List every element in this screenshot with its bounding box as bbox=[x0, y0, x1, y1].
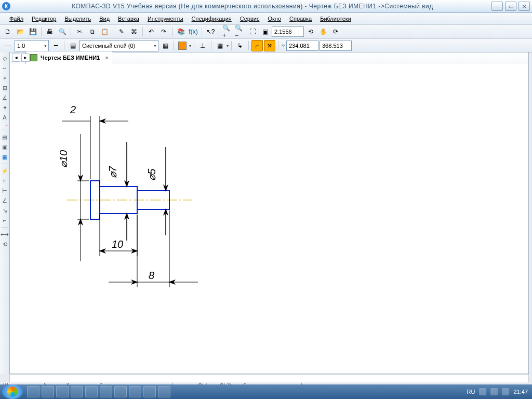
arc-tool-icon[interactable]: ↘ bbox=[1, 206, 9, 215]
minimize-button[interactable]: — bbox=[491, 2, 503, 11]
ql-item[interactable] bbox=[42, 386, 54, 397]
layer-color-icon[interactable]: ▦ bbox=[159, 40, 171, 51]
ortho-x-icon[interactable]: ⌐ bbox=[251, 40, 263, 51]
tray-icon[interactable] bbox=[490, 388, 498, 395]
menu-help[interactable]: Справка bbox=[285, 14, 316, 23]
language-indicator[interactable]: RU bbox=[467, 389, 475, 395]
ql-item[interactable] bbox=[56, 386, 69, 397]
redraw-icon[interactable]: ⟳ bbox=[330, 26, 341, 37]
pan-icon[interactable]: ✋ bbox=[317, 26, 329, 37]
dim-dia-large: ⌀10 bbox=[58, 150, 69, 168]
linestyle-icon[interactable]: ━ bbox=[50, 40, 61, 51]
ql-item[interactable] bbox=[71, 386, 83, 397]
window-title: КОМПАС-3D V15 Учебная версия (Не для ком… bbox=[14, 3, 491, 10]
dim-length-end: 8 bbox=[149, 270, 154, 281]
new-icon[interactable]: 🗋 bbox=[2, 26, 14, 37]
zoom-out-icon[interactable]: 🔍− bbox=[234, 26, 246, 37]
segment-tool-icon[interactable]: ⊢ bbox=[1, 187, 9, 195]
properties-icon[interactable]: ⌘ bbox=[128, 26, 140, 37]
cut-icon[interactable]: ✂ bbox=[74, 26, 85, 37]
brush-icon[interactable]: ✎ bbox=[116, 26, 127, 37]
ql-item[interactable] bbox=[85, 386, 98, 397]
ql-item[interactable] bbox=[27, 386, 39, 397]
ql-item[interactable] bbox=[158, 386, 170, 397]
variables-icon[interactable]: f(x) bbox=[188, 26, 199, 37]
menu-libraries[interactable]: Библиотеки bbox=[316, 14, 355, 23]
report-tool-icon[interactable]: ▦ bbox=[1, 153, 9, 161]
coord-y-field[interactable]: 368.513 bbox=[320, 41, 352, 51]
drawing-svg: 2 10 8 bbox=[10, 64, 528, 374]
table-tool-icon[interactable]: ▤ bbox=[1, 133, 9, 141]
menu-service[interactable]: Сервис bbox=[236, 14, 264, 23]
grid-icon[interactable]: ▦ bbox=[214, 40, 225, 51]
help-pointer-icon[interactable]: ↖? bbox=[205, 26, 216, 37]
close-window-button[interactable]: ✕ bbox=[518, 2, 530, 11]
linear-dim-icon[interactable]: ⟷ bbox=[1, 230, 9, 238]
menubar: Файл Редактор Выделить Вид Вставка Инстр… bbox=[0, 13, 532, 25]
zoom-value-field[interactable]: 2.1556 bbox=[272, 26, 304, 37]
text-tool-icon[interactable]: A bbox=[1, 113, 9, 122]
linetype-icon[interactable]: — bbox=[2, 40, 14, 51]
zoom-in-icon[interactable]: 🔍+ bbox=[222, 26, 233, 37]
coord-x-field[interactable]: 234.081 bbox=[286, 41, 318, 51]
zoom-window-icon[interactable]: ⛶ bbox=[247, 26, 258, 37]
undo-icon[interactable]: ↶ bbox=[145, 26, 157, 37]
ortho-xy-icon[interactable]: ⤧ bbox=[264, 40, 275, 51]
hatch-tool-icon[interactable]: ⋰ bbox=[1, 123, 9, 131]
document-tab[interactable]: Чертеж БЕЗ ИМЕНИ1 × bbox=[25, 51, 113, 64]
tab-next-icon[interactable]: ► bbox=[21, 54, 30, 62]
spec-tool-icon[interactable]: ▣ bbox=[1, 143, 9, 151]
dimension-tool-icon[interactable]: ↔ bbox=[1, 64, 9, 72]
library-icon[interactable]: 📚 bbox=[175, 26, 187, 37]
layer-dropdown[interactable]: Системный слой (0) bbox=[79, 40, 158, 51]
edit-tool-icon[interactable]: ⊞ bbox=[1, 84, 9, 92]
tray-volume-icon[interactable] bbox=[502, 388, 509, 395]
tool-palette: ◇ ↔ ⌖ ⊞ ∡ ✦ A ⋰ ▤ ▣ ▦ ⚡ ⊦ ⊢ ∠ ↘ ⌐ ⟷ ⟲ bbox=[0, 52, 10, 374]
ql-item[interactable] bbox=[129, 386, 141, 397]
layer-manager-icon[interactable]: ▤ bbox=[67, 40, 78, 51]
dim-length-mid: 10 bbox=[112, 238, 123, 250]
paste-icon[interactable]: 📋 bbox=[99, 26, 110, 37]
local-cs-icon[interactable]: ↳ bbox=[234, 40, 246, 51]
preview-icon[interactable]: 🔍 bbox=[57, 26, 68, 37]
color-swatch[interactable] bbox=[177, 40, 188, 51]
radial-dim-icon[interactable]: ⟲ bbox=[1, 240, 9, 248]
menu-tools[interactable]: Инструменты bbox=[143, 14, 188, 23]
point-tool-icon[interactable]: ⊦ bbox=[1, 177, 9, 185]
tray-icon[interactable] bbox=[479, 388, 486, 395]
tab-prev-icon[interactable]: ◄ bbox=[12, 54, 20, 62]
start-button[interactable] bbox=[2, 384, 23, 399]
measure-tool-icon[interactable]: ✦ bbox=[1, 103, 9, 112]
open-icon[interactable]: 📂 bbox=[15, 26, 26, 37]
zoom-prev-icon[interactable]: ⟲ bbox=[305, 26, 316, 37]
aux-line-icon[interactable]: ⚡ bbox=[1, 167, 9, 175]
ql-item[interactable] bbox=[114, 386, 127, 397]
menu-edit[interactable]: Редактор bbox=[28, 14, 60, 23]
tab-close-icon[interactable]: × bbox=[105, 55, 108, 61]
spline-tool-icon[interactable]: ⌐ bbox=[1, 216, 9, 224]
drawing-canvas[interactable]: 2 10 8 bbox=[10, 64, 528, 374]
menu-insert[interactable]: Вставка bbox=[114, 14, 143, 23]
circle-tool-icon[interactable]: ∠ bbox=[1, 196, 9, 205]
parametric-tool-icon[interactable]: ∡ bbox=[1, 94, 9, 102]
windows-orb-icon bbox=[7, 387, 18, 397]
menu-spec[interactable]: Спецификация bbox=[188, 14, 236, 23]
ql-item[interactable] bbox=[143, 386, 156, 397]
clock[interactable]: 21:47 bbox=[513, 389, 528, 395]
menu-select[interactable]: Выделить bbox=[60, 14, 95, 23]
zoom-fit-icon[interactable]: ▣ bbox=[259, 26, 271, 37]
windows-taskbar: RU 21:47 bbox=[0, 384, 532, 399]
menu-file[interactable]: Файл bbox=[5, 14, 28, 23]
symbol-tool-icon[interactable]: ⌖ bbox=[1, 74, 9, 82]
menu-window[interactable]: Окно bbox=[263, 14, 285, 23]
copy-icon[interactable]: ⧉ bbox=[86, 26, 98, 37]
lineweight-dropdown[interactable]: 1.0 bbox=[15, 40, 49, 51]
save-icon[interactable]: 💾 bbox=[27, 26, 38, 37]
snap-toggle-icon[interactable]: ⊥ bbox=[197, 40, 208, 51]
print-icon[interactable]: 🖶 bbox=[44, 26, 56, 37]
geometry-tool-icon[interactable]: ◇ bbox=[1, 54, 9, 62]
ql-item[interactable] bbox=[100, 386, 112, 397]
menu-view[interactable]: Вид bbox=[95, 14, 114, 23]
maximize-button[interactable]: ▭ bbox=[505, 2, 516, 11]
redo-icon[interactable]: ↷ bbox=[158, 26, 169, 37]
